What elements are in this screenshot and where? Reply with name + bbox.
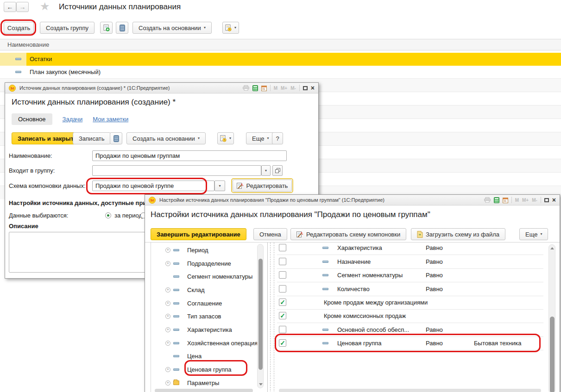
condition-row[interactable]: Назначение Равно: [277, 255, 543, 269]
expand-icon[interactable]: +: [165, 341, 170, 346]
tree-item-sklad[interactable]: +Склад: [151, 283, 267, 296]
schema-input[interactable]: Продажи по ценовой группе: [92, 180, 214, 191]
nav-forward-button[interactable]: →: [16, 2, 29, 12]
tab-tasks[interactable]: Задачи: [63, 116, 83, 123]
name-input[interactable]: Продажи по ценовым группам: [92, 150, 287, 161]
edit-schema-button[interactable]: Редактировать: [233, 180, 292, 192]
expand-icon[interactable]: +: [165, 287, 170, 292]
create-based-on-button[interactable]: Создать на основании ▾: [126, 132, 206, 144]
load-schema-button[interactable]: Загрузить схему из файла: [411, 228, 505, 240]
tree-item-tip-zapasov[interactable]: +Тип запасов: [151, 310, 267, 323]
window2-titlebar[interactable]: 1с Настройки источника данных планирован…: [145, 195, 560, 205]
tree-item-period[interactable]: +Период: [151, 243, 267, 256]
help-button[interactable]: ?: [272, 132, 283, 144]
scroll-down-icon[interactable]: [259, 383, 263, 386]
favorite-star-icon[interactable]: ★: [40, 0, 50, 13]
conditions-horizontal-scrollbar[interactable]: [279, 389, 541, 392]
memory-mplus-button[interactable]: M+: [522, 198, 529, 203]
conditions-scrollbar-thumb[interactable]: [550, 317, 555, 392]
tab-my-notes[interactable]: Мои заметки: [93, 116, 128, 123]
condition-row[interactable]: ✓ Ценовая группа Равно Бытовая техника: [277, 336, 543, 350]
tree-item-hoz-operaciya[interactable]: +Хозяйственная операция: [151, 336, 267, 349]
cancel-button[interactable]: Отмена: [253, 228, 287, 240]
tree-item-cena[interactable]: Цена: [151, 349, 267, 362]
condition-row[interactable]: ✓ Кроме продаж между организациями: [277, 296, 543, 310]
create-based-on-button[interactable]: Создать на основании ▾: [132, 22, 212, 34]
condition-row[interactable]: ✓ Кроме комиссионных продаж: [277, 309, 543, 323]
group-input[interactable]: [92, 165, 261, 176]
memory-m-button[interactable]: M: [274, 86, 277, 91]
expand-icon[interactable]: +: [165, 248, 170, 253]
expand-icon[interactable]: +: [165, 367, 170, 372]
tree-item-soglashenie[interactable]: +Соглашение: [151, 297, 267, 310]
group-dropdown-button[interactable]: ▾: [261, 165, 271, 176]
tab-main[interactable]: Основное: [12, 113, 52, 125]
checkbox[interactable]: [279, 244, 286, 251]
close-icon[interactable]: ×: [552, 197, 556, 203]
checkbox[interactable]: [279, 271, 286, 279]
tree-horizontal-scrollbar[interactable]: [155, 389, 253, 392]
memory-mplus-button[interactable]: M+: [281, 86, 287, 91]
checkbox[interactable]: [279, 285, 286, 292]
panel-splitter[interactable]: [274, 243, 274, 392]
condition-row[interactable]: Сегмент номенклатуры Равно: [277, 268, 543, 282]
scroll-up-icon[interactable]: [550, 247, 554, 249]
report-dropdown-button[interactable]: ▾: [222, 22, 239, 34]
panel-splitter[interactable]: [270, 243, 271, 392]
expand-icon[interactable]: +: [165, 327, 170, 332]
memory-m-button[interactable]: M: [515, 198, 519, 203]
column-header-name[interactable]: Наименование: [7, 41, 49, 48]
expand-icon[interactable]: +: [165, 261, 170, 266]
edit-composition-schema-button[interactable]: Редактировать схему компоновки: [290, 228, 406, 240]
save-button[interactable]: Записать: [73, 132, 111, 144]
tree-item-parametry[interactable]: +Параметры: [151, 376, 267, 389]
window1-titlebar[interactable]: 1с Источник данных планирования (создани…: [5, 83, 318, 93]
tree-item-segment[interactable]: Сегмент номенклатуры: [151, 270, 267, 283]
expand-icon[interactable]: +: [165, 301, 170, 306]
calculator-icon[interactable]: [252, 85, 258, 91]
create-new-icon-button[interactable]: [100, 22, 113, 34]
calendar-icon[interactable]: 31: [503, 197, 508, 203]
memory-mminus-button[interactable]: M-: [532, 198, 537, 203]
group-open-button[interactable]: [272, 165, 283, 176]
maximize-icon[interactable]: [303, 86, 308, 90]
print-icon[interactable]: [243, 85, 249, 91]
finish-editing-button[interactable]: Завершить редактирование: [151, 228, 246, 240]
print-icon[interactable]: [484, 197, 491, 203]
window1-heading: Источник данных планирования (создание) …: [12, 98, 176, 107]
checkbox[interactable]: ✓: [279, 299, 286, 306]
create-group-button[interactable]: Создать группу: [40, 22, 95, 34]
condition-row[interactable]: Характеристика Равно: [277, 241, 543, 255]
tree-item-cenovaya-gruppa[interactable]: +Ценовая группа: [151, 363, 267, 376]
create-button[interactable]: Создать: [4, 22, 34, 34]
schema-dropdown-button[interactable]: ▾: [214, 180, 225, 191]
nav-back-button[interactable]: ←: [4, 2, 16, 12]
close-icon[interactable]: ×: [311, 85, 315, 91]
tree-item-harakteristika[interactable]: +Характеристика: [151, 323, 267, 336]
checkbox[interactable]: ✓: [279, 312, 286, 319]
expand-icon[interactable]: +: [165, 380, 170, 386]
condition-row[interactable]: Количество Равно: [277, 282, 543, 296]
maximize-icon[interactable]: [544, 198, 549, 202]
condition-row[interactable]: Основной способ обесп... Равно: [277, 323, 543, 337]
table-row[interactable]: Остатки: [0, 53, 561, 66]
conditions-vertical-scrollbar[interactable]: [548, 244, 555, 392]
checkbox[interactable]: ✓: [279, 339, 286, 347]
tree-item-podrazdelenie[interactable]: +Подразделение: [151, 257, 267, 270]
report-dropdown-button[interactable]: ▾: [217, 132, 234, 144]
tree-vertical-scrollbar[interactable]: [257, 244, 264, 388]
field-icon: [173, 368, 179, 371]
memory-mminus-button[interactable]: M-: [290, 86, 296, 91]
tree-scrollbar-thumb[interactable]: [258, 259, 263, 370]
list-stack-icon-button[interactable]: [110, 132, 122, 144]
more-button[interactable]: Еще ▾: [246, 132, 275, 144]
radio-for-period[interactable]: [105, 212, 111, 218]
expand-icon[interactable]: +: [165, 314, 170, 319]
calendar-icon[interactable]: 31: [261, 85, 267, 91]
checkbox[interactable]: [279, 326, 286, 333]
calculator-icon[interactable]: [494, 197, 499, 203]
table-row[interactable]: План закупок (месячный): [0, 66, 561, 79]
checkbox[interactable]: [279, 258, 286, 265]
more-button[interactable]: Еще ▾: [519, 228, 548, 240]
list-stack-icon-button[interactable]: [116, 22, 128, 34]
